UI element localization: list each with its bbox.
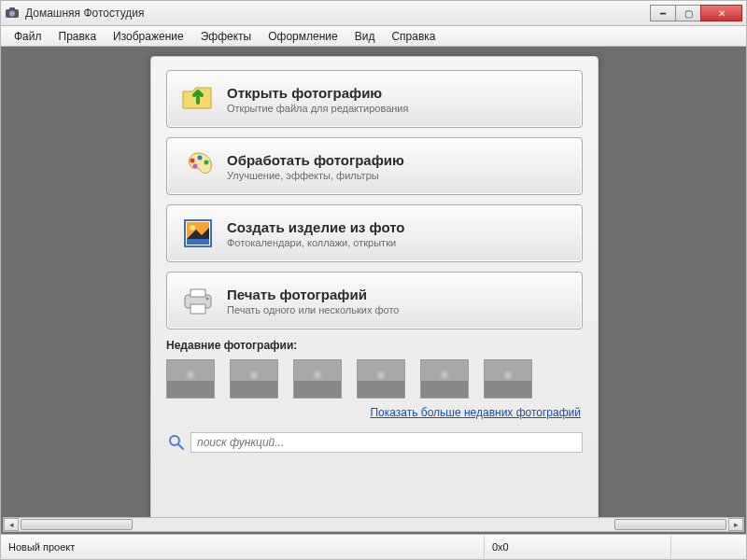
print-photos-subtitle: Печать одного или нескольких фото bbox=[227, 304, 399, 315]
welcome-panel: Открыть фотографию Открытие файла для ре… bbox=[150, 56, 599, 527]
status-project: Новый проект bbox=[1, 535, 485, 559]
scroll-thumb[interactable] bbox=[21, 519, 133, 530]
scroll-right-button[interactable]: ▸ bbox=[728, 518, 743, 531]
svg-rect-10 bbox=[187, 239, 209, 245]
window-buttons: ━ ▢ ✕ bbox=[651, 5, 742, 21]
recent-thumb[interactable] bbox=[357, 359, 405, 399]
create-product-title: Создать изделие из фото bbox=[227, 219, 405, 235]
show-more-link[interactable]: Показать больше недавних фотографий bbox=[166, 406, 581, 419]
open-photo-subtitle: Открытие файла для редактирования bbox=[227, 103, 408, 114]
svg-rect-12 bbox=[190, 289, 205, 297]
process-photo-subtitle: Улучшение, эффекты, фильтры bbox=[227, 170, 404, 181]
svg-point-4 bbox=[198, 156, 203, 161]
horizontal-scrollbar[interactable]: ◂ ▸ bbox=[3, 517, 744, 532]
recent-thumb[interactable] bbox=[420, 359, 469, 399]
scroll-left-button[interactable]: ◂ bbox=[4, 518, 19, 531]
process-photo-title: Обработать фотографию bbox=[227, 152, 404, 168]
print-photos-button[interactable]: Печать фотографий Печать одного или неск… bbox=[166, 272, 583, 329]
print-photos-title: Печать фотографий bbox=[227, 287, 399, 302]
app-icon bbox=[5, 6, 20, 21]
recent-thumb[interactable] bbox=[230, 359, 278, 399]
svg-rect-13 bbox=[190, 304, 205, 314]
close-button[interactable]: ✕ bbox=[700, 5, 742, 21]
palette-icon bbox=[178, 147, 218, 186]
menu-effects[interactable]: Эффекты bbox=[193, 28, 260, 45]
open-photo-title: Открыть фотографию bbox=[227, 85, 408, 101]
workarea: Открыть фотографию Открытие файла для ре… bbox=[0, 47, 747, 534]
menu-help[interactable]: Справка bbox=[384, 28, 443, 45]
svg-point-14 bbox=[206, 298, 209, 301]
search-icon bbox=[166, 432, 187, 453]
titlebar: Домашняя Фотостудия ━ ▢ ✕ bbox=[0, 0, 747, 26]
open-photo-button[interactable]: Открыть фотографию Открытие файла для ре… bbox=[166, 70, 583, 128]
scroll-thumb[interactable] bbox=[614, 519, 726, 530]
menu-file[interactable]: Файл bbox=[7, 28, 49, 45]
process-photo-button[interactable]: Обработать фотографию Улучшение, эффекты… bbox=[166, 137, 583, 195]
search-row bbox=[166, 430, 583, 455]
minimize-button[interactable]: ━ bbox=[650, 5, 676, 21]
svg-point-3 bbox=[190, 159, 195, 163]
status-extra bbox=[671, 535, 746, 559]
menu-view[interactable]: Вид bbox=[347, 28, 383, 45]
maximize-button[interactable]: ▢ bbox=[675, 5, 701, 21]
svg-rect-1 bbox=[9, 7, 15, 10]
search-input[interactable] bbox=[190, 432, 583, 453]
recent-thumb[interactable] bbox=[166, 359, 215, 399]
statusbar: Новый проект 0x0 bbox=[0, 534, 747, 560]
create-product-button[interactable]: Создать изделие из фото Фотокалендари, к… bbox=[166, 204, 583, 262]
menubar: Файл Правка Изображение Эффекты Оформлен… bbox=[0, 26, 747, 47]
menu-design[interactable]: Оформление bbox=[261, 28, 345, 45]
svg-line-16 bbox=[178, 444, 183, 449]
svg-point-5 bbox=[204, 161, 209, 165]
folder-open-icon bbox=[178, 79, 218, 119]
landscape-icon bbox=[178, 214, 218, 253]
menu-image[interactable]: Изображение bbox=[106, 28, 191, 45]
recent-thumb[interactable] bbox=[293, 359, 342, 399]
recent-photos-label: Недавние фотографии: bbox=[166, 339, 583, 352]
window-title: Домашняя Фотостудия bbox=[25, 7, 651, 20]
svg-point-6 bbox=[193, 164, 198, 169]
menu-edit[interactable]: Правка bbox=[51, 28, 105, 45]
recent-thumb[interactable] bbox=[484, 359, 532, 399]
svg-point-9 bbox=[190, 225, 195, 231]
create-product-subtitle: Фотокалендари, коллажи, открытки bbox=[227, 237, 405, 248]
recent-thumbnails bbox=[166, 359, 583, 399]
svg-point-2 bbox=[9, 11, 15, 17]
printer-icon bbox=[178, 281, 218, 320]
status-dimensions: 0x0 bbox=[485, 535, 671, 559]
